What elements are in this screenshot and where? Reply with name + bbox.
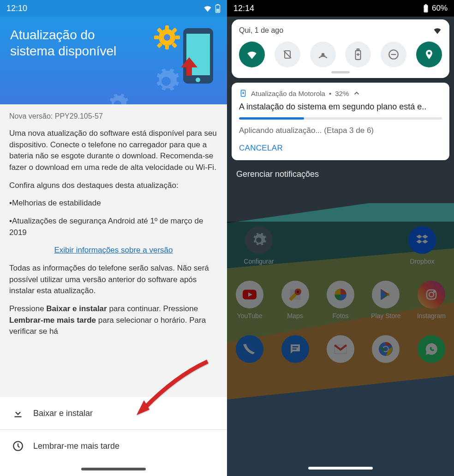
app-label: Maps — [287, 312, 303, 319]
svg-rect-7 — [175, 36, 180, 39]
chrome-icon — [377, 341, 394, 357]
app-messages[interactable] — [275, 335, 316, 363]
instagram-icon — [424, 288, 438, 301]
progress-fill — [239, 117, 304, 120]
version-label: Nova versão: PPY29.105-57 — [9, 111, 218, 121]
svg-rect-24 — [357, 49, 359, 50]
notification-header: Atualização da Motorola • 32% — [239, 89, 442, 97]
qs-data-toggle[interactable] — [275, 42, 300, 67]
whatsapp-icon — [424, 342, 438, 356]
wifi-icon — [433, 26, 442, 35]
nav-bar — [0, 462, 227, 476]
dnd-icon — [388, 48, 400, 60]
app-instagram[interactable]: Instagram — [411, 281, 452, 319]
svg-rect-20 — [424, 8, 427, 12]
app-label: YouTube — [237, 312, 263, 319]
svg-rect-18 — [425, 4, 427, 5]
location-icon — [424, 49, 435, 60]
app-youtube[interactable]: YouTube — [229, 281, 270, 319]
app-label: Configurar — [244, 258, 274, 265]
screen-notification-shade: 12:14 60% Qui, 1 de ago — [227, 0, 454, 476]
battery-percent: 60% — [432, 4, 448, 13]
sim-off-icon — [282, 49, 293, 60]
battery-icon — [215, 4, 221, 13]
instruction-para: Pressione Baixar e instalar para continu… — [9, 303, 218, 337]
app-label: Dropbox — [410, 258, 435, 265]
qs-date: Qui, 1 de ago — [239, 26, 283, 35]
clock-icon — [12, 440, 24, 452]
notification-app-name: Atualização da Motorola — [251, 90, 325, 97]
hero-illustration — [149, 24, 218, 93]
quick-settings-panel[interactable]: Qui, 1 de ago — [232, 19, 449, 78]
app-fotos[interactable]: Fotos — [320, 281, 361, 319]
action-area: Baixar e instalar Lembrar-me mais tarde — [0, 397, 227, 462]
app-phone[interactable] — [229, 335, 270, 363]
update-description: Uma nova atualização do software está di… — [9, 128, 218, 174]
svg-point-32 — [434, 291, 435, 293]
play-icon — [378, 287, 393, 302]
status-time: 12:10 — [6, 4, 27, 13]
app-label: Play Store — [371, 312, 401, 319]
qs-expand-handle[interactable] — [331, 71, 350, 73]
battery-icon — [423, 4, 429, 13]
battery-plus-icon — [353, 48, 363, 60]
svg-rect-5 — [165, 25, 169, 30]
progress-bar — [239, 117, 442, 120]
app-whatsapp[interactable] — [411, 335, 452, 363]
svg-point-29 — [297, 291, 299, 293]
qs-toggle-row — [239, 42, 442, 67]
app-chrome[interactable] — [365, 335, 406, 363]
app-label: Instagram — [417, 312, 446, 319]
notification-subtitle: Aplicando atualização... (Etapa 3 de 6) — [239, 126, 442, 135]
svg-rect-2 — [216, 9, 219, 12]
maps-icon — [287, 287, 303, 302]
data-saved-note: Todas as informações do telefone serão s… — [9, 263, 218, 297]
phone-icon — [243, 342, 257, 356]
nav-bar — [227, 461, 454, 475]
highlights-intro: Confira alguns dos destaques desta atual… — [9, 180, 218, 192]
home-apps: Configurar Dropbox YouTube Maps Fotos — [227, 226, 454, 363]
photos-icon — [333, 287, 348, 302]
status-bar: 12:14 60% — [227, 0, 454, 17]
status-bar: 12:10 — [0, 0, 227, 17]
wifi-icon — [203, 4, 212, 13]
qs-hotspot-toggle[interactable] — [310, 42, 336, 67]
notification-title: A instalação do sistema em segundo plano… — [239, 102, 442, 112]
youtube-icon — [241, 286, 258, 303]
qs-battery-saver-toggle[interactable] — [345, 42, 371, 67]
bullet-stability: •Melhorias de estabilidade — [9, 198, 218, 209]
app-configurar[interactable]: Configurar — [238, 226, 280, 265]
download-install-button[interactable]: Baixar e instalar — [0, 397, 227, 430]
remind-later-button[interactable]: Lembrar-me mais tarde — [0, 430, 227, 462]
app-dropbox[interactable]: Dropbox — [401, 226, 443, 265]
app-label: Fotos — [332, 312, 348, 319]
svg-rect-8 — [154, 36, 159, 39]
qs-location-toggle[interactable] — [416, 42, 442, 67]
update-notification-card[interactable]: Atualização da Motorola • 32% A instalaç… — [232, 83, 449, 160]
app-playstore[interactable]: Play Store — [365, 281, 406, 319]
svg-point-4 — [164, 34, 170, 41]
gear-icon — [251, 232, 267, 248]
status-time: 12:14 — [233, 4, 254, 13]
app-gmail[interactable] — [320, 335, 361, 363]
version-info-link[interactable]: Exibir informações sobre a versão — [9, 245, 218, 256]
download-install-label: Baixar e instalar — [33, 409, 93, 418]
hotspot-icon — [317, 48, 329, 60]
svg-rect-6 — [165, 45, 169, 49]
bullet-security: •Atualizações de segurança Android até 1… — [9, 216, 218, 238]
dropbox-icon — [414, 232, 430, 248]
chevron-up-icon[interactable] — [352, 89, 361, 97]
qs-wifi-toggle[interactable] — [239, 42, 265, 67]
svg-rect-1 — [217, 4, 219, 5]
qs-dnd-toggle[interactable] — [381, 42, 406, 67]
gear-decoration-icon — [106, 93, 129, 104]
messages-icon — [288, 342, 302, 356]
app-maps[interactable]: Maps — [275, 281, 316, 319]
download-icon — [12, 407, 24, 419]
screen-update-available: 12:10 Atualização do sistema disponível … — [0, 0, 227, 476]
cancel-button[interactable]: CANCELAR — [239, 144, 442, 153]
notification-percent: 32% — [335, 90, 349, 97]
svg-point-31 — [429, 292, 434, 297]
manage-notifications-link[interactable]: Gerenciar notificações — [236, 169, 445, 179]
svg-point-15 — [196, 78, 200, 82]
